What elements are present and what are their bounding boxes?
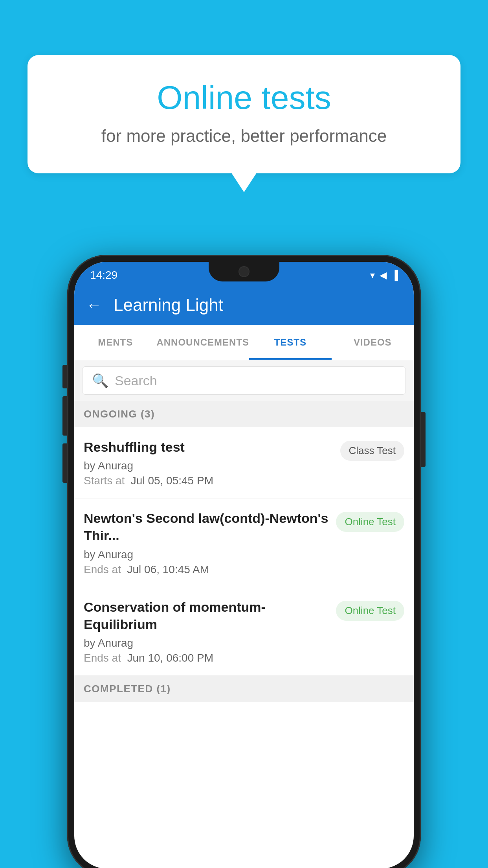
app-header-title: Learning Light (114, 295, 223, 315)
phone-screen: 14:29 ▾ ◀ ▐ ← Learning Light MENTS ANNOU… (74, 262, 414, 868)
test-date-label-reshuffling: Starts at (84, 474, 125, 487)
wifi-icon: ▾ (370, 270, 375, 281)
test-info-conservation: Conservation of momentum-Equilibrium by … (84, 598, 330, 664)
test-name-newton: Newton's Second law(contd)-Newton's Thir… (84, 509, 330, 544)
test-item-newton[interactable]: Newton's Second law(contd)-Newton's Thir… (74, 498, 414, 587)
test-name-reshuffling: Reshuffling test (84, 438, 334, 456)
battery-icon: ▐ (391, 270, 398, 281)
bubble-title: Online tests (59, 79, 429, 117)
completed-section-header: COMPLETED (1) (74, 676, 414, 702)
ongoing-section-header: ONGOING (3) (74, 401, 414, 427)
phone-notch (209, 262, 279, 281)
phone-camera (238, 266, 250, 277)
test-name-conservation: Conservation of momentum-Equilibrium (84, 598, 330, 633)
ongoing-label: ONGOING (3) (84, 408, 155, 420)
bubble-subtitle: for more practice, better performance (59, 126, 429, 146)
back-button[interactable]: ← (86, 296, 102, 314)
signal-icon: ◀ (380, 270, 387, 281)
test-author-reshuffling: by Anurag (84, 460, 334, 472)
speech-bubble: Online tests for more practice, better p… (28, 55, 460, 173)
test-date-newton: Ends at Jul 06, 10:45 AM (84, 563, 330, 576)
test-date-conservation: Ends at Jun 10, 06:00 PM (84, 652, 330, 664)
badge-newton: Online Test (336, 512, 404, 532)
search-icon: 🔍 (92, 373, 108, 388)
tab-announcements[interactable]: ANNOUNCEMENTS (156, 325, 249, 360)
test-item-reshuffling[interactable]: Reshuffling test by Anurag Starts at Jul… (74, 427, 414, 498)
tab-videos[interactable]: VIDEOS (332, 325, 414, 360)
badge-reshuffling: Class Test (340, 441, 404, 461)
phone-button-left1 (62, 365, 67, 388)
test-info-newton: Newton's Second law(contd)-Newton's Thir… (84, 509, 330, 576)
search-container: 🔍 Search (74, 360, 414, 401)
status-icons: ▾ ◀ ▐ (370, 270, 398, 281)
test-author-newton: by Anurag (84, 548, 330, 561)
completed-label: COMPLETED (1) (84, 683, 171, 695)
search-placeholder: Search (115, 373, 157, 388)
test-author-conservation: by Anurag (84, 637, 330, 649)
badge-conservation: Online Test (336, 601, 404, 621)
phone-button-left2 (62, 396, 67, 436)
tabs-bar: MENTS ANNOUNCEMENTS TESTS VIDEOS (74, 325, 414, 360)
test-item-conservation[interactable]: Conservation of momentum-Equilibrium by … (74, 587, 414, 676)
search-bar[interactable]: 🔍 Search (82, 366, 406, 395)
phone-button-right (421, 412, 426, 467)
phone-frame: 14:29 ▾ ◀ ▐ ← Learning Light MENTS ANNOU… (67, 255, 421, 868)
test-info-reshuffling: Reshuffling test by Anurag Starts at Jul… (84, 438, 334, 487)
tab-tests[interactable]: TESTS (249, 325, 331, 360)
tab-ments[interactable]: MENTS (74, 325, 156, 360)
phone-button-left3 (62, 443, 67, 483)
status-time: 14:29 (90, 269, 117, 281)
test-date-label-newton: Ends at (84, 563, 121, 576)
speech-bubble-container: Online tests for more practice, better p… (28, 55, 460, 173)
phone-outer: 14:29 ▾ ◀ ▐ ← Learning Light MENTS ANNOU… (67, 255, 421, 868)
app-header: ← Learning Light (74, 285, 414, 325)
test-date-reshuffling: Starts at Jul 05, 05:45 PM (84, 474, 334, 487)
test-date-label-conservation: Ends at (84, 652, 121, 664)
